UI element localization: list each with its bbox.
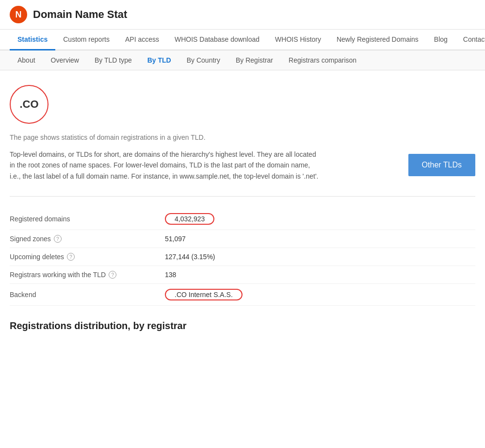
main-nav-item-whois-database-download[interactable]: WHOIS Database download xyxy=(167,30,267,50)
stat-value-highlighted: 4,032,923 xyxy=(165,213,214,225)
info-section: Top-level domains, or TLDs for short, ar… xyxy=(10,149,475,182)
stat-value: 127,144 (3.15%) xyxy=(165,253,215,261)
sub-nav-item-registrars-comparison[interactable]: Registrars comparison xyxy=(281,50,364,70)
logo-icon: N xyxy=(10,6,27,23)
sub-nav-item-by-registrar[interactable]: By Registrar xyxy=(228,50,281,70)
stat-value: 4,032,923 xyxy=(165,213,214,225)
stat-row: Registrars working with the TLD?138 xyxy=(10,266,475,284)
main-nav-item-whois-history[interactable]: WHOIS History xyxy=(267,30,329,50)
stat-row: Registered domains4,032,923 xyxy=(10,208,475,230)
stat-value: 51,097 xyxy=(165,235,186,243)
main-nav-item-statistics[interactable]: Statistics xyxy=(10,30,55,50)
main-nav-item-api-access[interactable]: API access xyxy=(117,30,167,50)
main-nav-item-blog[interactable]: Blog xyxy=(426,30,455,50)
stat-value: 138 xyxy=(165,271,176,279)
stat-row: Upcoming deletes?127,144 (3.15%) xyxy=(10,248,475,266)
tld-info-text: Top-level domains, or TLDs for short, ar… xyxy=(10,149,320,182)
main-nav-item-newly-registered-domains[interactable]: Newly Registered Domains xyxy=(329,30,426,50)
stat-label: Registrars working with the TLD? xyxy=(10,271,165,279)
main-nav-item-contact-us[interactable]: Contact us xyxy=(455,30,485,50)
stat-row: Backend.CO Internet S.A.S. xyxy=(10,284,475,306)
header: N Domain Name Stat xyxy=(0,0,485,30)
stat-label: Backend xyxy=(10,291,165,299)
stat-label: Upcoming deletes? xyxy=(10,253,165,261)
info-icon: ? xyxy=(67,253,75,261)
tld-badge: .CO xyxy=(10,85,48,124)
sub-nav-item-by-tld-type[interactable]: By TLD type xyxy=(87,50,140,70)
stat-value-highlighted: .CO Internet S.A.S. xyxy=(165,289,242,300)
stat-label: Signed zones? xyxy=(10,235,165,243)
sub-nav-item-by-country[interactable]: By Country xyxy=(179,50,228,70)
sub-nav-item-about[interactable]: About xyxy=(10,50,43,70)
stat-row: Signed zones?51,097 xyxy=(10,230,475,248)
site-title: Domain Name Stat xyxy=(33,8,127,21)
sub-nav: AboutOverviewBy TLD typeBy TLDBy Country… xyxy=(0,50,485,70)
info-icon: ? xyxy=(54,235,62,243)
main-nav-item-custom-reports[interactable]: Custom reports xyxy=(55,30,117,50)
info-icon: ? xyxy=(109,271,116,279)
stat-value: .CO Internet S.A.S. xyxy=(165,289,242,300)
tld-description: The page shows statistics of domain regi… xyxy=(10,133,475,141)
sub-nav-item-by-tld[interactable]: By TLD xyxy=(140,50,179,70)
stat-label: Registered domains xyxy=(10,215,165,223)
main-nav: StatisticsCustom reportsAPI accessWHOIS … xyxy=(0,30,485,50)
content: .CO The page shows statistics of domain … xyxy=(0,70,485,346)
other-tlds-button[interactable]: Other TLDs xyxy=(408,154,475,176)
distribution-title: Registrations distribution, by registrar xyxy=(10,320,475,332)
sub-nav-item-overview[interactable]: Overview xyxy=(43,50,87,70)
stats-section: Registered domains4,032,923Signed zones?… xyxy=(10,196,475,306)
